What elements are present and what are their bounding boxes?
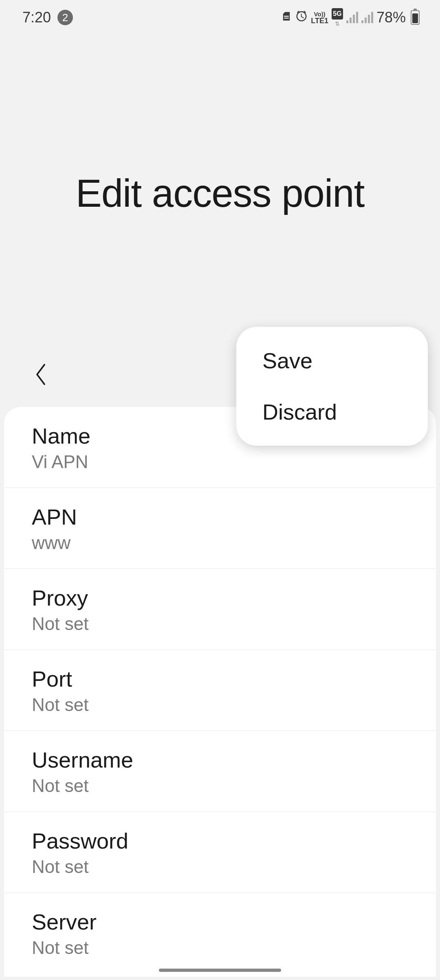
field-value: Not set bbox=[32, 695, 408, 715]
field-value: Vi APN bbox=[32, 452, 408, 472]
sim-icon bbox=[281, 11, 292, 25]
status-right: Vo)) LTE1 5G ⇅ 78% bbox=[281, 8, 420, 27]
settings-list: Name Vi APN APN www Proxy Not set Port N… bbox=[4, 407, 436, 977]
back-button[interactable] bbox=[29, 362, 53, 387]
alarm-icon bbox=[295, 10, 308, 25]
field-proxy[interactable]: Proxy Not set bbox=[4, 569, 436, 650]
overflow-menu: Save Discard bbox=[236, 327, 428, 446]
field-value: www bbox=[32, 533, 408, 553]
notification-count-badge: 2 bbox=[57, 10, 73, 25]
field-server[interactable]: Server Not set bbox=[4, 893, 436, 973]
status-time: 7:20 bbox=[22, 9, 51, 26]
volte-indicator: Vo)) LTE1 bbox=[311, 11, 328, 24]
chevron-left-icon bbox=[33, 362, 48, 387]
field-port[interactable]: Port Not set bbox=[4, 650, 436, 731]
field-label: Server bbox=[32, 909, 408, 934]
field-password[interactable]: Password Not set bbox=[4, 812, 436, 893]
status-left: 7:20 2 bbox=[22, 9, 73, 26]
field-value: Not set bbox=[32, 776, 408, 796]
battery-icon bbox=[411, 10, 420, 25]
field-label: APN bbox=[32, 504, 408, 529]
field-value: Not set bbox=[32, 938, 408, 958]
5g-indicator: 5G ⇅ bbox=[332, 8, 343, 27]
page-title: Edit access point bbox=[0, 171, 440, 216]
field-label: Proxy bbox=[32, 585, 408, 610]
menu-item-discard[interactable]: Discard bbox=[236, 386, 428, 438]
field-username[interactable]: Username Not set bbox=[4, 731, 436, 812]
status-bar: 7:20 2 Vo)) LTE1 5G ⇅ 78% bbox=[0, 0, 440, 28]
nav-handle[interactable] bbox=[159, 969, 281, 972]
signal-bars-2 bbox=[361, 12, 373, 23]
data-arrows-icon: ⇅ bbox=[335, 20, 340, 27]
signal-bars-1 bbox=[346, 12, 358, 23]
field-value: Not set bbox=[32, 857, 408, 877]
field-apn[interactable]: APN www bbox=[4, 488, 436, 569]
field-value: Not set bbox=[32, 614, 408, 634]
menu-item-save[interactable]: Save bbox=[236, 335, 428, 386]
field-label: Username bbox=[32, 747, 408, 772]
field-label: Password bbox=[32, 828, 408, 853]
field-label: Port bbox=[32, 666, 408, 691]
battery-percent: 78% bbox=[376, 9, 406, 26]
